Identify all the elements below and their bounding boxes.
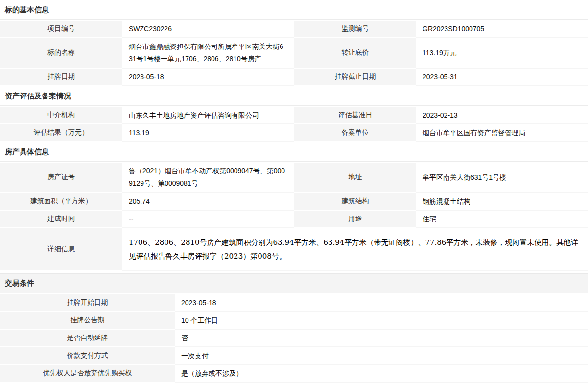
basic-info-section: 标的基本信息 项目编号 SWZC230226 监测编号 GR2023SD1000…	[0, 0, 588, 86]
table-row: 挂牌开始日期 2023-05-18	[0, 294, 588, 312]
field-label: 建筑面积（平方米）	[0, 193, 122, 211]
section-title-basic: 标的基本信息	[0, 0, 588, 20]
field-label: 房产证号	[0, 163, 122, 193]
field-label: 优先权人是否放弃优先购买权	[0, 365, 175, 383]
field-label: 项目编号	[0, 21, 122, 38]
table-row: 优先权人是否放弃优先购买权 是（放弃或不涉及）	[0, 365, 588, 383]
field-label: 评估基准日	[294, 107, 416, 124]
field-value-detail: 1706、2806、2810号房产建筑面积分别为63.94平方米、63.94平方…	[122, 228, 588, 271]
table-row: 是否自动延牌 否	[0, 330, 588, 347]
field-label: 标的名称	[0, 38, 122, 69]
table-row: 建筑面积（平方米） 205.74 建筑结构 钢筋混凝土结构	[0, 193, 588, 211]
field-label: 转让底价	[294, 38, 416, 69]
listing-detail-page: 标的基本信息 项目编号 SWZC230226 监测编号 GR2023SD1000…	[0, 0, 588, 383]
field-value: 113.19万元	[416, 38, 588, 69]
field-label: 是否自动延牌	[0, 330, 175, 347]
table-row: 评估结果（万元） 113.19 备案单位 烟台市牟平区国有资产监督管理局	[0, 124, 588, 142]
table-row-detail: 详细信息 1706、2806、2810号房产建筑面积分别为63.94平方米、63…	[0, 228, 588, 271]
field-label: 用途	[294, 211, 416, 228]
section-title-property: 房产具体信息	[0, 142, 588, 162]
field-value: 2023-05-31	[416, 69, 588, 86]
field-label: 挂牌截止日期	[294, 69, 416, 86]
table-row: 挂牌公告期 10 个工作日	[0, 312, 588, 330]
field-value: 钢筋混凝土结构	[416, 193, 588, 211]
field-value: 否	[175, 330, 588, 347]
table-row: 房产证号 鲁（2021）烟台市牟不动产权第0009047号、第0009129号、…	[0, 163, 588, 193]
field-label: 详细信息	[0, 228, 122, 271]
table-row: 标的名称 烟台市鑫鼎融资担保有限公司所属牟平区南关大街631号1号楼一单元170…	[0, 38, 588, 69]
field-value: 山东久丰土地房地产资产评估咨询有限公司	[122, 107, 294, 124]
field-label: 备案单位	[294, 124, 416, 142]
field-value: 烟台市牟平区国有资产监督管理局	[416, 124, 588, 142]
field-value: SWZC230226	[122, 21, 294, 38]
field-value: 2023-02-13	[416, 107, 588, 124]
field-value: GR2023SD1000705	[416, 21, 588, 38]
field-label: 中介机构	[0, 107, 122, 124]
field-value: 一次支付	[175, 347, 588, 365]
field-value: 鲁（2021）烟台市牟不动产权第0009047号、第0009129号、第0009…	[122, 163, 294, 193]
trade-section: 交易条件 挂牌开始日期 2023-05-18 挂牌公告期 10 个工作日 是否自…	[0, 273, 588, 383]
assessment-section: 资产评估及备案情况 中介机构 山东久丰土地房地产资产评估咨询有限公司 评估基准日…	[0, 86, 588, 142]
table-row: 挂牌日期 2023-05-18 挂牌截止日期 2023-05-31	[0, 69, 588, 86]
field-label: 建成时间	[0, 211, 122, 228]
field-label: 价款支付方式	[0, 347, 175, 365]
field-label: 建筑结构	[294, 193, 416, 211]
field-label: 挂牌开始日期	[0, 294, 175, 312]
table-row: 价款支付方式 一次支付	[0, 347, 588, 365]
field-value: 2023-05-18	[122, 69, 294, 86]
field-value: 205.74	[122, 193, 294, 211]
table-row: 中介机构 山东久丰土地房地产资产评估咨询有限公司 评估基准日 2023-02-1…	[0, 107, 588, 124]
section-title-assessment: 资产评估及备案情况	[0, 86, 588, 106]
field-label: 监测编号	[294, 21, 416, 38]
field-value: 2023-05-18	[175, 294, 588, 312]
field-value: 113.19	[122, 124, 294, 142]
field-value: 10 个工作日	[175, 312, 588, 330]
property-info-section: 房产具体信息 房产证号 鲁（2021）烟台市牟不动产权第0009047号、第00…	[0, 142, 588, 271]
field-label: 评估结果（万元）	[0, 124, 122, 142]
field-value: --	[122, 211, 294, 228]
field-value: 住宅	[416, 211, 588, 228]
field-label: 挂牌公告期	[0, 312, 175, 330]
table-row: 建成时间 -- 用途 住宅	[0, 211, 588, 228]
field-value: 是（放弃或不涉及）	[175, 365, 588, 383]
field-value: 烟台市鑫鼎融资担保有限公司所属牟平区南关大街631号1号楼一单元1706、280…	[122, 38, 294, 69]
table-row: 项目编号 SWZC230226 监测编号 GR2023SD1000705	[0, 21, 588, 38]
field-value: 牟平区南关大街631号1号楼	[416, 163, 588, 193]
field-label: 地址	[294, 163, 416, 193]
section-title-trade: 交易条件	[0, 273, 588, 293]
field-label: 挂牌日期	[0, 69, 122, 86]
